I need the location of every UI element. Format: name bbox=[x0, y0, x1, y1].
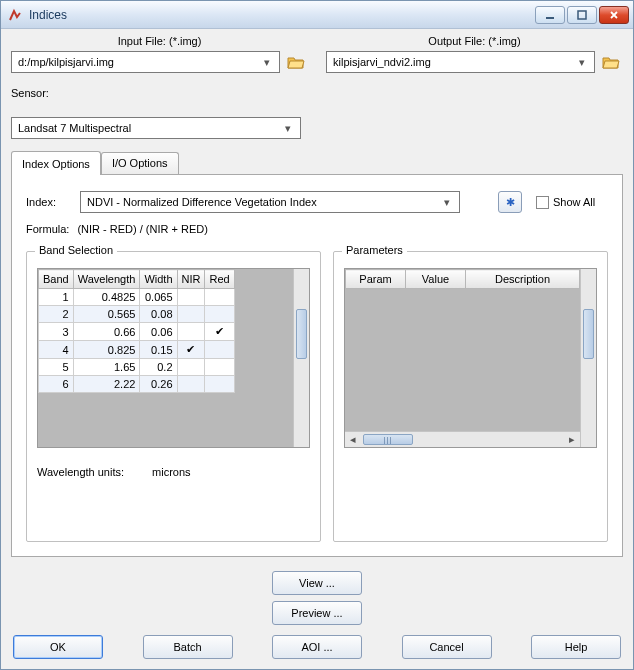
help-button[interactable]: Help bbox=[531, 635, 621, 659]
col-wavelength[interactable]: Wavelength bbox=[73, 270, 140, 289]
window-buttons bbox=[535, 6, 629, 24]
indices-window: Indices Input File: (*.img) d:/mp/kilpis… bbox=[0, 0, 634, 670]
formula-value: (NIR - RED) / (NIR + RED) bbox=[77, 223, 207, 235]
parameters-empty-body bbox=[345, 289, 596, 431]
maximize-button[interactable] bbox=[567, 6, 597, 24]
file-row: Input File: (*.img) d:/mp/kilpisjarvi.im… bbox=[11, 35, 623, 73]
table-row[interactable]: 2 0.565 0.08 bbox=[39, 306, 235, 323]
col-description[interactable]: Description bbox=[466, 270, 580, 289]
open-input-file-button[interactable] bbox=[284, 51, 308, 73]
cell-nir[interactable] bbox=[177, 323, 205, 341]
chevron-left-icon[interactable]: ◂ bbox=[345, 433, 361, 447]
cell-red[interactable] bbox=[205, 359, 234, 376]
table-row[interactable]: 6 2.22 0.26 bbox=[39, 376, 235, 393]
tabstrip: Index Options I/O Options bbox=[11, 151, 623, 174]
col-param[interactable]: Param bbox=[346, 270, 406, 289]
table-row[interactable]: 5 1.65 0.2 bbox=[39, 359, 235, 376]
close-button[interactable] bbox=[599, 6, 629, 24]
tab-index-options[interactable]: Index Options bbox=[11, 151, 101, 175]
sensor-row: Sensor: Landsat 7 Multispectral ▾ bbox=[11, 87, 623, 139]
view-button[interactable]: View ... bbox=[272, 571, 362, 595]
cell-red[interactable] bbox=[205, 289, 234, 306]
parameters-group: Parameters Param Value Description bbox=[333, 251, 608, 542]
button-label: OK bbox=[50, 641, 66, 653]
cell-band: 5 bbox=[39, 359, 74, 376]
cell-wavelength: 0.4825 bbox=[73, 289, 140, 306]
scrollbar-thumb[interactable]: ||| bbox=[363, 434, 413, 445]
cell-nir[interactable] bbox=[177, 376, 205, 393]
formula-row: Formula: (NIR - RED) / (NIR + RED) bbox=[26, 223, 608, 235]
input-file-combo[interactable]: d:/mp/kilpisjarvi.img ▾ bbox=[11, 51, 280, 73]
cell-band: 1 bbox=[39, 289, 74, 306]
checkbox-icon bbox=[536, 196, 549, 209]
output-file-label: Output File: (*.img) bbox=[326, 35, 623, 47]
show-all-label: Show All bbox=[553, 196, 595, 208]
scrollbar-track[interactable]: ||| bbox=[361, 432, 564, 447]
formula-label: Formula: bbox=[26, 223, 69, 235]
parameters-legend: Parameters bbox=[342, 244, 407, 256]
cell-nir[interactable] bbox=[177, 289, 205, 306]
band-grid-viewport: Band Wavelength Width NIR Red bbox=[38, 269, 309, 447]
cancel-button[interactable]: Cancel bbox=[402, 635, 492, 659]
index-combo[interactable]: NDVI - Normalized Difference Vegetation … bbox=[80, 191, 460, 213]
batch-button[interactable]: Batch bbox=[143, 635, 233, 659]
cell-width: 0.26 bbox=[140, 376, 177, 393]
wavelength-units-row: Wavelength units: microns bbox=[37, 466, 310, 478]
svg-rect-1 bbox=[578, 11, 586, 19]
preview-button-row: Preview ... bbox=[11, 601, 623, 625]
chevron-right-icon[interactable]: ▸ bbox=[564, 433, 580, 447]
window-title: Indices bbox=[29, 8, 535, 22]
parameters-grid[interactable]: Param Value Description ◂ || bbox=[344, 268, 597, 448]
chevron-down-icon: ▾ bbox=[574, 54, 590, 70]
table-row[interactable]: 1 0.4825 0.065 bbox=[39, 289, 235, 306]
cell-width: 0.08 bbox=[140, 306, 177, 323]
col-value[interactable]: Value bbox=[406, 270, 466, 289]
scrollbar-thumb[interactable] bbox=[296, 309, 307, 359]
cell-nir[interactable] bbox=[177, 306, 205, 323]
cell-width: 0.2 bbox=[140, 359, 177, 376]
show-all-checkbox[interactable]: Show All bbox=[536, 196, 595, 209]
tab-label: Index Options bbox=[22, 158, 90, 170]
button-label: View ... bbox=[299, 577, 335, 589]
cell-red[interactable] bbox=[205, 341, 234, 359]
band-grid[interactable]: Band Wavelength Width NIR Red bbox=[37, 268, 310, 448]
cell-band: 4 bbox=[39, 341, 74, 359]
cell-nir[interactable]: ✔ bbox=[177, 341, 205, 359]
preview-button[interactable]: Preview ... bbox=[272, 601, 362, 625]
client-area: Input File: (*.img) d:/mp/kilpisjarvi.im… bbox=[1, 29, 633, 669]
table-row[interactable]: 4 0.825 0.15 ✔ bbox=[39, 341, 235, 359]
tab-label: I/O Options bbox=[112, 157, 168, 169]
vertical-scrollbar[interactable] bbox=[580, 269, 596, 447]
favorite-button[interactable]: ✱ bbox=[498, 191, 522, 213]
titlebar: Indices bbox=[1, 1, 633, 29]
scrollbar-thumb[interactable] bbox=[583, 309, 594, 359]
col-nir[interactable]: NIR bbox=[177, 270, 205, 289]
cell-red[interactable] bbox=[205, 376, 234, 393]
sensor-combo[interactable]: Landsat 7 Multispectral ▾ bbox=[11, 117, 301, 139]
minimize-button[interactable] bbox=[535, 6, 565, 24]
tabs: Index Options I/O Options Index: NDVI - … bbox=[11, 151, 623, 557]
index-value: NDVI - Normalized Difference Vegetation … bbox=[87, 196, 439, 208]
table-row[interactable]: 3 0.66 0.06 ✔ bbox=[39, 323, 235, 341]
col-width[interactable]: Width bbox=[140, 270, 177, 289]
cell-nir[interactable] bbox=[177, 359, 205, 376]
aoi-button[interactable]: AOI ... bbox=[272, 635, 362, 659]
output-file-combo[interactable]: kilpisjarvi_ndvi2.img ▾ bbox=[326, 51, 595, 73]
input-file-combo-wrap: d:/mp/kilpisjarvi.img ▾ bbox=[11, 51, 308, 73]
cell-wavelength: 0.66 bbox=[73, 323, 140, 341]
tab-io-options[interactable]: I/O Options bbox=[101, 152, 179, 174]
horizontal-scrollbar[interactable]: ◂ ||| ▸ bbox=[345, 431, 580, 447]
chevron-down-icon: ▾ bbox=[439, 194, 455, 210]
vertical-scrollbar[interactable] bbox=[293, 269, 309, 447]
cell-red[interactable] bbox=[205, 306, 234, 323]
cell-red[interactable]: ✔ bbox=[205, 323, 234, 341]
wavelength-units-label: Wavelength units: bbox=[37, 466, 124, 478]
lower-panels: Band Selection Band Wavelength Width bbox=[26, 251, 608, 542]
open-output-file-button[interactable] bbox=[599, 51, 623, 73]
cell-width: 0.15 bbox=[140, 341, 177, 359]
cell-width: 0.065 bbox=[140, 289, 177, 306]
ok-button[interactable]: OK bbox=[13, 635, 103, 659]
col-band[interactable]: Band bbox=[39, 270, 74, 289]
col-red[interactable]: Red bbox=[205, 270, 234, 289]
input-file-value: d:/mp/kilpisjarvi.img bbox=[18, 56, 259, 68]
